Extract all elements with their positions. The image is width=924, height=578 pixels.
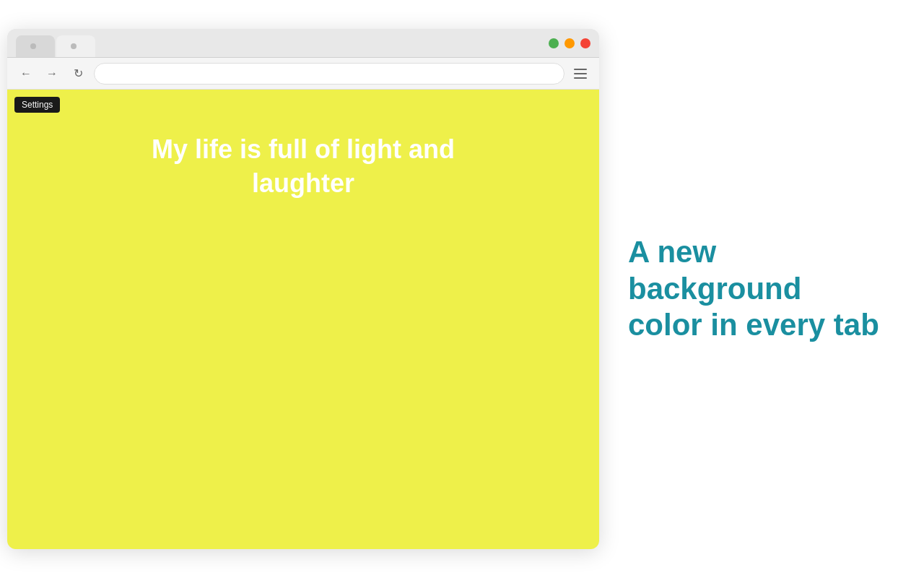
browser-heading: My life is full of light and laughter	[123, 133, 484, 201]
refresh-icon: ↻	[74, 66, 83, 80]
tagline: A new background color in every tab	[628, 234, 895, 343]
menu-line-3	[574, 77, 587, 79]
window-btn-yellow[interactable]	[565, 38, 575, 48]
window-btn-green[interactable]	[549, 38, 559, 48]
tagline-line1: A new background	[628, 235, 801, 305]
browser-content: Settings My life is full of light and la…	[7, 90, 599, 549]
window-controls	[549, 38, 590, 48]
menu-line-2	[574, 73, 587, 74]
browser-toolbar: ← → ↻	[7, 58, 599, 90]
browser-mockup: ← → ↻ Settings My life is full of light …	[7, 29, 599, 549]
tab-favicon-inactive	[30, 43, 36, 49]
refresh-button[interactable]: ↻	[68, 64, 88, 84]
browser-tab-inactive[interactable]	[16, 35, 55, 57]
tab-favicon-active	[71, 43, 77, 49]
back-button[interactable]: ←	[16, 64, 36, 84]
forward-icon: →	[46, 67, 58, 80]
browser-tabs	[16, 29, 540, 57]
back-icon: ←	[20, 67, 32, 80]
window-btn-red[interactable]	[580, 38, 590, 48]
settings-badge[interactable]: Settings	[14, 97, 60, 113]
browser-titlebar	[7, 29, 599, 58]
browser-tab-active[interactable]	[56, 35, 95, 57]
page-layout: ← → ↻ Settings My life is full of light …	[0, 0, 924, 578]
forward-button[interactable]: →	[42, 64, 62, 84]
address-bar[interactable]	[94, 63, 565, 85]
tagline-line2: color in every tab	[628, 308, 879, 342]
menu-line-1	[574, 69, 587, 70]
right-panel: A new background color in every tab	[599, 205, 924, 372]
menu-button[interactable]	[570, 64, 590, 84]
